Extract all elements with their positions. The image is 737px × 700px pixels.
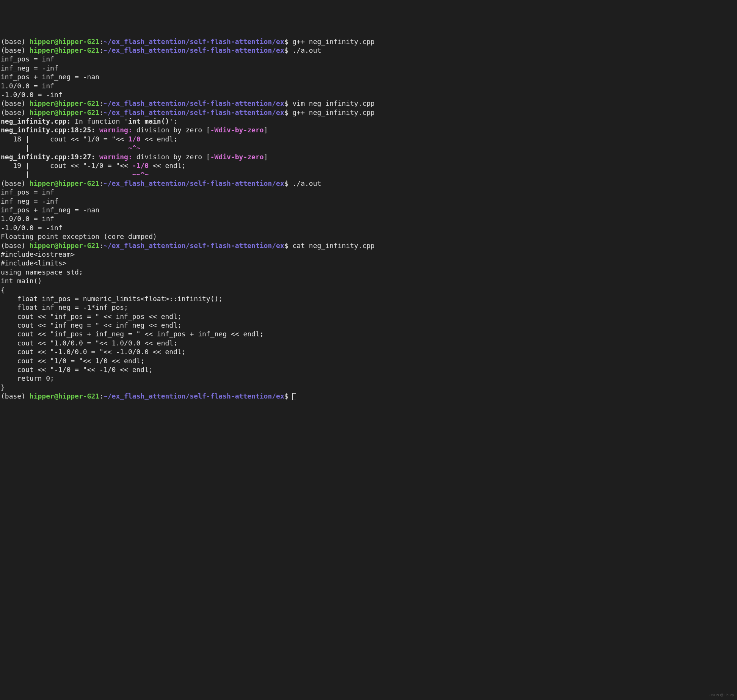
output-line: inf_pos = inf xyxy=(1,188,736,196)
compiler-caret-line: | ~^~ xyxy=(1,143,736,152)
output-line: -1.0/0.0 = -inf xyxy=(1,223,736,232)
prompt-line: (base) hipper@hipper-G21:~/ex_flash_atte… xyxy=(1,108,736,117)
output-line: inf_pos + inf_neg = -nan xyxy=(1,72,736,81)
source-line: { xyxy=(1,286,736,294)
output-line: inf_neg = -inf xyxy=(1,197,736,206)
output-line: 1.0/0.0 = inf xyxy=(1,214,736,223)
output-line: 1.0/0.0 = inf xyxy=(1,82,736,90)
output-line: inf_neg = -inf xyxy=(1,64,736,72)
compiler-function-line: neg_infinity.cpp: In function 'int main(… xyxy=(1,117,736,126)
terminal-output[interactable]: (base) hipper@hipper-G21:~/ex_flash_atte… xyxy=(1,37,736,401)
cursor-icon xyxy=(292,393,296,400)
prompt-line: (base) hipper@hipper-G21:~/ex_flash_atte… xyxy=(1,241,736,250)
source-line: #include<iostream> xyxy=(1,250,736,259)
source-line: cout << "inf_pos = " << inf_pos << endl; xyxy=(1,312,736,321)
source-line: #include<limits> xyxy=(1,259,736,267)
source-line: cout << "-1.0/0.0 = "<< -1.0/0.0 << endl… xyxy=(1,347,736,356)
prompt-line: (base) hipper@hipper-G21:~/ex_flash_atte… xyxy=(1,46,736,55)
prompt-line-active[interactable]: (base) hipper@hipper-G21:~/ex_flash_atte… xyxy=(1,392,736,400)
source-line: int main() xyxy=(1,276,736,285)
source-line: return 0; xyxy=(1,374,736,383)
source-line: cout << "-1/0 = "<< -1/0 << endl; xyxy=(1,365,736,374)
compiler-source-line: 18 | cout << "1/0 = "<< 1/0 << endl; xyxy=(1,135,736,143)
source-line: cout << "1.0/0.0 = "<< 1.0/0.0 << endl; xyxy=(1,339,736,347)
output-line: Floating point exception (core dumped) xyxy=(1,232,736,241)
output-line: inf_pos = inf xyxy=(1,55,736,63)
output-line: inf_pos + inf_neg = -nan xyxy=(1,206,736,214)
source-line: } xyxy=(1,383,736,392)
compiler-source-line: 19 | cout << "-1/0 = "<< -1/0 << endl; xyxy=(1,161,736,170)
source-line: cout << "inf_pos + inf_neg = " << inf_po… xyxy=(1,330,736,338)
compiler-warning-line: neg_infinity.cpp:19:27: warning: divisio… xyxy=(1,152,736,161)
output-line: -1.0/0.0 = -inf xyxy=(1,90,736,99)
source-line: float inf_pos = numeric_limits<float>::i… xyxy=(1,294,736,303)
source-line: using namespace std; xyxy=(1,268,736,276)
prompt-line: (base) hipper@hipper-G21:~/ex_flash_atte… xyxy=(1,37,736,46)
prompt-line: (base) hipper@hipper-G21:~/ex_flash_atte… xyxy=(1,179,736,188)
prompt-line: (base) hipper@hipper-G21:~/ex_flash_atte… xyxy=(1,99,736,108)
source-line: cout << "1/0 = "<< 1/0 << endl; xyxy=(1,356,736,365)
compiler-warning-line: neg_infinity.cpp:18:25: warning: divisio… xyxy=(1,126,736,134)
source-line: cout << "inf_neg = " << inf_neg << endl; xyxy=(1,321,736,330)
compiler-caret-line: | ~~^~ xyxy=(1,170,736,179)
source-line: float inf_neg = -1*inf_pos; xyxy=(1,303,736,312)
